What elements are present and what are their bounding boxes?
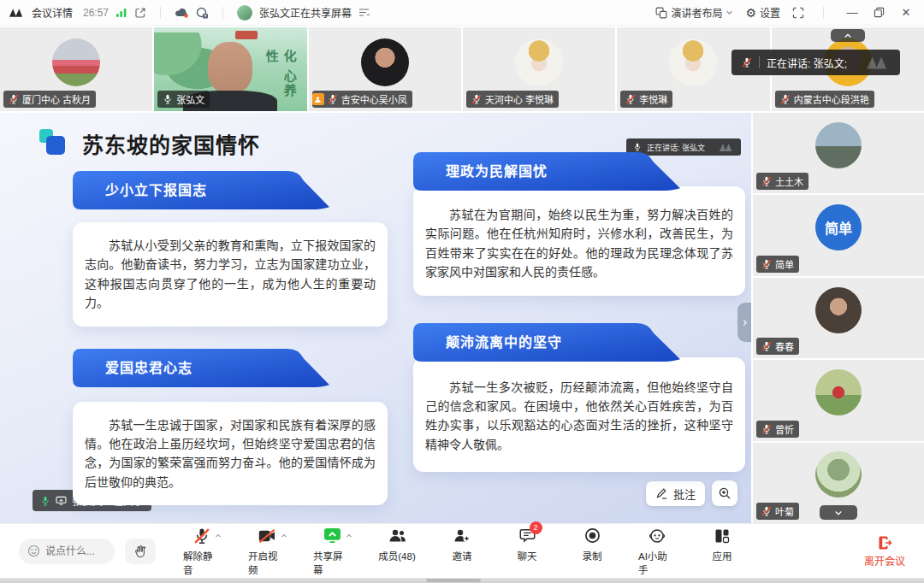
gear-icon: ⚙	[745, 7, 756, 19]
restore-window-button[interactable]	[874, 7, 885, 18]
mic-on-icon	[163, 94, 173, 104]
minimize-button[interactable]: —	[843, 6, 862, 19]
avatar-text: 简单	[825, 217, 852, 238]
members-icon	[388, 528, 406, 543]
mic-muted-icon	[780, 94, 791, 104]
invite-button[interactable]: 邀请	[443, 527, 481, 562]
start-video-button[interactable]: 开启视频	[248, 527, 286, 576]
cloud-status-icon[interactable]	[175, 7, 189, 18]
sharer-avatar	[237, 5, 252, 21]
mic-muted-icon	[625, 94, 636, 104]
chevron-up-icon	[844, 32, 852, 40]
section-card: 苏轼一生多次被贬，历经颠沛流离，但他始终坚守自己的信念和家风。在困境中，他依然关…	[413, 357, 745, 472]
mic-muted-icon	[742, 57, 752, 68]
video-tile[interactable]: 土土木	[753, 113, 924, 193]
annotate-button[interactable]: 批注	[646, 481, 705, 506]
watermark-logo-icon	[719, 143, 734, 152]
apps-button[interactable]: 应用	[703, 527, 741, 562]
screen-share-icon	[323, 527, 341, 544]
section-banner: 少小立下报国志	[73, 171, 329, 210]
raised-hand-icon	[133, 545, 147, 558]
participant-name-pill: 简单	[756, 256, 799, 273]
mic-muted-icon	[328, 94, 338, 104]
mic-muted-icon	[761, 341, 772, 351]
participant-name-pill: 内蒙古中心段洪艳	[775, 91, 874, 108]
participant-name-pill: 曾忻	[756, 421, 799, 438]
video-options-chevron[interactable]	[281, 531, 287, 541]
mic-muted-icon	[761, 176, 772, 186]
chevron-down-icon	[726, 9, 733, 16]
mic-muted-icon	[761, 424, 772, 434]
share-detail-icon[interactable]	[358, 8, 370, 17]
caption-status-icon[interactable]	[196, 7, 209, 19]
speaking-toast: 正在讲话: 张弘文;	[732, 50, 900, 75]
fullscreen-icon[interactable]	[792, 7, 804, 19]
section-card: 苏轼从小受到父亲的教育和熏陶，立下报效国家的志向。他勤奋读书，努力学习，立志为国…	[73, 222, 388, 327]
share-screen-button[interactable]: 共享屏幕	[313, 527, 351, 576]
video-tile[interactable]: 吉安中心吴小凤	[309, 27, 461, 111]
ai-assistant-button[interactable]: AI小助手	[638, 527, 676, 576]
divider	[222, 7, 223, 19]
video-tile[interactable]: 天河中心 李悦琳	[463, 27, 615, 111]
meeting-details-button[interactable]: 会议详情	[32, 5, 73, 20]
participants-sidebar: 土土木 简单 简单 春春 曾忻	[751, 113, 924, 523]
mic-muted-icon	[193, 527, 210, 545]
avatar	[361, 38, 409, 86]
chevron-down-icon	[834, 509, 843, 517]
video-tile[interactable]: 厦门中心 古秋月	[0, 27, 152, 111]
pen-icon	[655, 487, 668, 500]
raise-hand-button[interactable]	[125, 539, 156, 564]
leave-meeting-button[interactable]: 离开会议	[864, 535, 905, 568]
avatar	[52, 38, 100, 86]
avatar	[815, 287, 862, 333]
share-options-chevron[interactable]	[346, 531, 352, 541]
avatar: 简单	[815, 204, 862, 250]
close-button[interactable]: ✕	[897, 6, 915, 19]
cohost-badge-icon	[312, 93, 324, 105]
members-button[interactable]: 成员(48)	[378, 527, 416, 562]
avatar	[815, 122, 862, 168]
quick-chat-input[interactable]	[19, 539, 115, 564]
chat-message-field[interactable]	[45, 545, 105, 557]
participant-name-pill: 叶菊	[756, 503, 799, 520]
layout-switcher-button[interactable]: 演讲者布局	[655, 5, 733, 20]
divider	[823, 7, 824, 19]
mic-muted-icon	[9, 94, 19, 104]
video-tile[interactable]: 简单 简单	[753, 195, 924, 275]
zoom-button[interactable]	[712, 480, 737, 506]
chevron-right-icon	[741, 319, 749, 327]
mic-on-icon	[633, 143, 642, 151]
sharing-status-text: 张弘文正在共享屏幕	[259, 5, 352, 20]
popout-window-icon[interactable]	[134, 7, 146, 19]
magnifier-plus-icon	[718, 486, 732, 500]
shared-screen-area: 苏东坡的家国情怀 正在讲话: 张弘文 少小立下报国志 苏轼从小受到父亲的教育和熏…	[0, 113, 751, 523]
settings-button[interactable]: ⚙ 设置	[745, 5, 780, 20]
section-banner: 爱国忠君心志	[73, 349, 329, 388]
scroll-down-button[interactable]	[820, 505, 857, 520]
meeting-toolbar: 解除静音 开启视频 共享屏幕	[0, 523, 924, 578]
watermark-logo-icon	[866, 56, 890, 70]
participant-name-pill: 张弘文	[157, 91, 210, 108]
scroll-up-button[interactable]	[831, 29, 865, 42]
chat-unread-badge: 2	[530, 521, 542, 534]
video-tile[interactable]: 曾忻	[753, 360, 924, 440]
meeting-app-logo-icon	[9, 8, 25, 18]
video-tile-speaking[interactable]: 化 心养性 张弘文	[154, 27, 306, 111]
mic-options-chevron[interactable]	[215, 531, 222, 541]
video-thumbnail-strip: 厦门中心 古秋月 化 心养性 张弘文 吉安中心吴小凤 天河中心 李悦琳	[0, 26, 924, 113]
record-icon	[584, 527, 601, 544]
participant-name-pill: 李悦琳	[620, 91, 672, 108]
participant-name-pill: 春春	[756, 338, 799, 355]
video-tile[interactable]: 春春	[753, 278, 924, 358]
ai-robot-icon	[649, 528, 666, 544]
record-button[interactable]: 录制	[573, 527, 611, 562]
mic-muted-icon	[471, 94, 482, 104]
mic-muted-icon	[761, 506, 772, 516]
chat-button[interactable]: 2 聊天	[508, 527, 546, 562]
smiley-icon	[27, 545, 40, 557]
leave-icon	[877, 535, 892, 551]
unmute-button[interactable]: 解除静音	[183, 527, 221, 576]
video-tile[interactable]: 叶菊	[753, 443, 924, 523]
next-slide-tab[interactable]	[737, 303, 751, 342]
network-signal-icon	[116, 7, 127, 18]
